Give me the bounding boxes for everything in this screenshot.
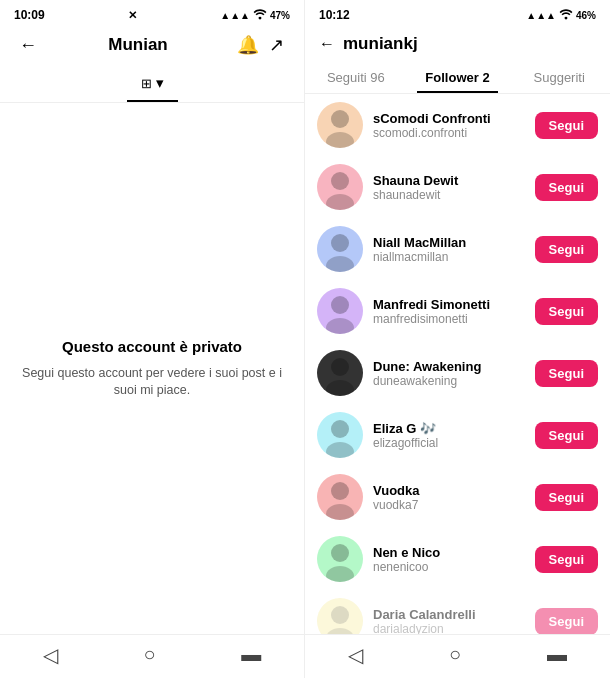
private-text: Segui questo account per vedere i suoi p… (20, 365, 284, 400)
svg-point-2 (331, 110, 349, 128)
tab-suggeriti-label: Suggeriti (534, 70, 585, 85)
avatar (317, 474, 363, 520)
list-item: sComodi Confrontiscomodi.confrontiSegui (305, 94, 610, 156)
list-item: Eliza G 🎶elizagofficialSegui (305, 404, 610, 466)
follow-button[interactable]: Segui (535, 236, 598, 263)
user-handle: elizagofficial (373, 436, 525, 450)
follow-button[interactable]: Segui (535, 174, 598, 201)
left-nav-menu[interactable]: ▬ (241, 643, 261, 666)
left-bell-button[interactable]: 🔔 (234, 34, 262, 56)
left-wifi-icon (253, 8, 267, 22)
user-handle: niallmacmillan (373, 250, 525, 264)
user-handle: duneawakening (373, 374, 525, 388)
left-title: Munian (42, 35, 234, 55)
left-tab-grid[interactable]: ⊞ ▾ (127, 68, 178, 102)
user-info: Vuodkavuodka7 (373, 483, 525, 512)
grid-icon: ⊞ (141, 76, 152, 91)
right-panel: 10:12 ▲▲▲ 46% ← muniankj Seguiti 96 Foll… (305, 0, 610, 678)
svg-point-9 (326, 318, 354, 334)
user-handle: nenenicoo (373, 560, 525, 574)
left-nav-back[interactable]: ◁ (43, 643, 58, 667)
svg-point-8 (331, 296, 349, 314)
tab-suggeriti[interactable]: Suggeriti (508, 62, 610, 93)
follow-button[interactable]: Segui (535, 546, 598, 573)
avatar (317, 226, 363, 272)
user-handle: shaunadewit (373, 188, 525, 202)
right-back-button[interactable]: ← (319, 35, 335, 53)
right-header: ← muniankj (305, 28, 610, 62)
right-status-bar: 10:12 ▲▲▲ 46% (305, 0, 610, 28)
left-battery: 47% (270, 10, 290, 21)
right-bottom-nav: ◁ ○ ▬ (305, 634, 610, 678)
svg-point-18 (331, 606, 349, 624)
user-info: Shauna Dewitshaunadewit (373, 173, 525, 202)
svg-point-0 (259, 17, 262, 20)
user-name: Nen e Nico (373, 545, 525, 560)
tab-follower[interactable]: Follower 2 (407, 62, 509, 93)
avatar (317, 288, 363, 334)
left-tab-arrow: ▾ (156, 74, 164, 92)
user-info: Niall MacMillanniallmacmillan (373, 235, 525, 264)
user-handle: scomodi.confronti (373, 126, 525, 140)
left-panel: 10:09 ✕ ▲▲▲ 47% ← Munian 🔔 ↗ ⊞ ▾ Que (0, 0, 305, 678)
left-back-button[interactable]: ← (14, 35, 42, 56)
user-info: Eliza G 🎶elizagofficial (373, 421, 525, 450)
list-item: Niall MacMillanniallmacmillanSegui (305, 218, 610, 280)
follow-button[interactable]: Segui (535, 422, 598, 449)
user-info: Daria Calandrellidarialadyzion (373, 607, 525, 635)
follow-button[interactable]: Segui (535, 298, 598, 325)
right-status-icons: ▲▲▲ 46% (526, 8, 596, 22)
follow-button[interactable]: Segui (535, 484, 598, 511)
user-info: Nen e Niconenenicoo (373, 545, 525, 574)
tab-seguiti-label: Seguiti 96 (327, 70, 385, 85)
left-tabs: ⊞ ▾ (0, 64, 304, 103)
avatar (317, 412, 363, 458)
svg-point-11 (326, 380, 354, 396)
user-name: Manfredi Simonetti (373, 297, 525, 312)
user-info: sComodi Confrontiscomodi.confronti (373, 111, 525, 140)
left-status-bar: 10:09 ✕ ▲▲▲ 47% (0, 0, 304, 28)
tab-seguiti[interactable]: Seguiti 96 (305, 62, 407, 93)
list-item: Dune: AwakeningduneawakeningSegui (305, 342, 610, 404)
user-name: sComodi Confronti (373, 111, 525, 126)
svg-point-14 (331, 482, 349, 500)
follow-button[interactable]: Segui (535, 360, 598, 387)
list-item: Shauna DewitshaunadewitSegui (305, 156, 610, 218)
follow-button[interactable]: Segui (535, 608, 598, 635)
user-name: Dune: Awakening (373, 359, 525, 374)
user-info: Manfredi Simonettimanfredisimonetti (373, 297, 525, 326)
avatar (317, 350, 363, 396)
user-name: Daria Calandrelli (373, 607, 525, 622)
private-title: Questo account è privato (62, 338, 242, 355)
right-nav-menu[interactable]: ▬ (547, 643, 567, 666)
list-item: Nen e NiconenenicooSegui (305, 528, 610, 590)
user-name: Vuodka (373, 483, 525, 498)
right-nav-back[interactable]: ◁ (348, 643, 363, 667)
right-battery: 46% (576, 10, 596, 21)
avatar (317, 102, 363, 148)
svg-point-6 (331, 234, 349, 252)
left-time: 10:09 (14, 8, 45, 22)
right-time: 10:12 (319, 8, 350, 22)
user-name: Shauna Dewit (373, 173, 525, 188)
svg-point-12 (331, 420, 349, 438)
svg-point-5 (326, 194, 354, 210)
right-nav-home[interactable]: ○ (449, 643, 461, 666)
svg-point-1 (565, 17, 568, 20)
left-signal-icon: ▲▲▲ (220, 10, 250, 21)
left-status-close: ✕ (128, 9, 137, 22)
svg-point-4 (331, 172, 349, 190)
left-header: ← Munian 🔔 ↗ (0, 28, 304, 64)
left-nav-home[interactable]: ○ (143, 643, 155, 666)
left-share-button[interactable]: ↗ (262, 34, 290, 56)
follow-list: sComodi Confrontiscomodi.confrontiSegui … (305, 94, 610, 634)
right-wifi-icon (559, 8, 573, 22)
follow-button[interactable]: Segui (535, 112, 598, 139)
left-status-icons: ▲▲▲ 47% (220, 8, 290, 22)
list-item: Manfredi SimonettimanfredisimonettiSegui (305, 280, 610, 342)
svg-point-3 (326, 132, 354, 148)
right-signal-icon: ▲▲▲ (526, 10, 556, 21)
svg-point-15 (326, 504, 354, 520)
tab-follower-label: Follower 2 (425, 70, 489, 85)
svg-point-17 (326, 566, 354, 582)
